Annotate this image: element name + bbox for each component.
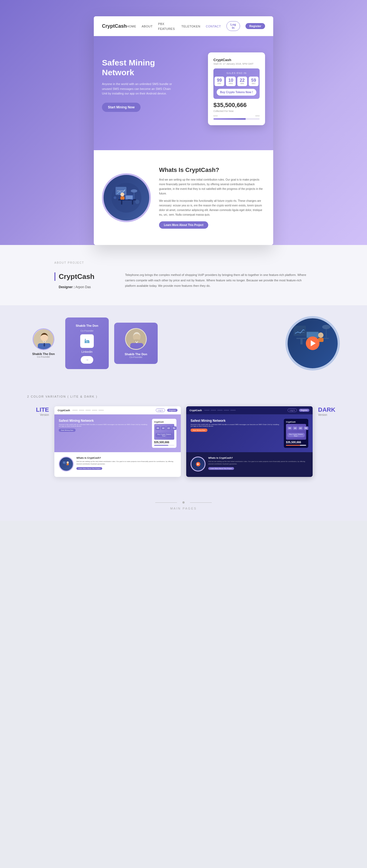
color-variation-content: LITE Version CryptCash Log In Register S… — [27, 406, 340, 477]
nav-teletoken[interactable]: TELETOKEN — [181, 25, 200, 28]
t-day: 99 — [156, 426, 160, 430]
mockup-dark-learn[interactable]: Learn More About This Project — [208, 467, 234, 470]
linkedin-text: Linkedin — [71, 350, 103, 353]
mockup-lite-amount: $35,500,666 — [154, 441, 174, 444]
timer-hours: 10 HRS — [226, 76, 236, 86]
mockup-lite-nav: CryptCash Log In Register — [54, 406, 181, 414]
mockup-play-icon[interactable] — [196, 462, 200, 466]
divider-right — [190, 502, 212, 503]
mockup-lite-login[interactable]: Log In — [156, 408, 165, 412]
about-project-description: Telephone.org brings the complex method … — [125, 272, 313, 288]
start-mining-button[interactable]: Start Mining Now — [102, 103, 141, 112]
svg-rect-5 — [132, 200, 133, 205]
mockup-lite-buy[interactable]: Buy Crypto Tokens Now ! — [156, 433, 173, 437]
lite-title: LITE — [27, 406, 49, 413]
dot-2 — [79, 410, 84, 411]
about-para2: We would like to incorporate this functi… — [159, 198, 265, 217]
mockup-lite-progress — [154, 445, 174, 446]
buy-tokens-button[interactable]: Buy Crypto Tokens Now ! — [217, 89, 256, 96]
timer-seconds-label: SEC — [251, 83, 256, 85]
dot-4 — [92, 410, 97, 411]
mockup-lite-about: Whats Is CryptCash? And we are setting u… — [54, 452, 181, 476]
mockup-lite-register[interactable]: Register — [167, 409, 177, 412]
mockup-dark-timer: 99 10 22 59 — [287, 426, 305, 430]
timer-seconds-num: 59 — [251, 78, 256, 83]
svg-point-40 — [66, 461, 69, 464]
team-avatar-2 — [125, 328, 147, 350]
mockup-lite-learn[interactable]: Learn More About This Project — [76, 467, 102, 470]
hero-section: CryptCash HOME ABOUT PBX FEATURES TELETO… — [0, 0, 367, 245]
mockup-lite-hero: Safest Mining Network Anyone in the worl… — [54, 414, 181, 452]
svg-rect-38 — [63, 461, 65, 464]
desk-svg — [110, 181, 143, 214]
mockup-dark-register[interactable]: Register — [299, 409, 309, 412]
dt-hr: 10 — [293, 426, 298, 430]
team-member-2-card: Shakib The Don Co-Founder — [114, 323, 158, 364]
linkedin-letter: in — [85, 338, 89, 345]
dark-dot-2 — [211, 410, 216, 411]
nav-pbx[interactable]: PBX FEATURES — [158, 22, 175, 30]
dot-3 — [85, 410, 91, 411]
login-button[interactable]: Log In — [226, 21, 240, 31]
mockup-dark-buy[interactable]: Buy Crypto Tokens Now ! — [287, 433, 305, 437]
dt-day: 99 — [287, 426, 292, 430]
svg-point-13 — [135, 199, 139, 204]
timer-seconds: 59 SEC — [249, 76, 258, 86]
play-button[interactable] — [306, 337, 319, 350]
mockup-dark-logo: CryptCash — [190, 409, 202, 412]
mockup-lite-about-text: Whats Is CryptCash? And we are setting u… — [76, 457, 176, 470]
dark-dot-1 — [204, 410, 209, 411]
main-pages-label: MAIN PAGES — [11, 507, 356, 510]
color-variation-label: 2 COLOR VARIATION ( LITE & DARK ) — [27, 395, 340, 398]
ico-timer-bg: SALES END IN 99 DAY 10 HRS 22 MIN — [214, 68, 260, 99]
hero-text-block: Safest Mining Network Anyone in the worl… — [102, 53, 173, 112]
timer-days-num: 99 — [217, 78, 222, 83]
main-pages-divider — [11, 501, 356, 503]
progress-max: $9M — [255, 115, 260, 117]
progress-labels: $4M $9M — [214, 115, 260, 117]
dark-version-label: DARK Version — [318, 406, 340, 416]
about-para1: And we are setting up the new initial co… — [159, 177, 265, 196]
ico-card-subtitle: Start At: 17 January 2018, 5PM GMT — [214, 62, 260, 65]
linkedin-logo: in — [80, 334, 94, 348]
nav-contact[interactable]: CONTACT — [206, 25, 221, 28]
svg-rect-28 — [301, 339, 303, 344]
mockup-lite-card: CryptCash 99 10 22 59 Buy Crypto Tokens … — [152, 419, 176, 448]
dark-dot-4 — [224, 410, 229, 411]
learn-more-button[interactable]: Learn More About This Project — [159, 221, 208, 229]
video-circle[interactable] — [285, 316, 340, 370]
mockup-circle-svg — [61, 459, 71, 469]
mockup-dark-start[interactable]: Start Mining Now — [191, 429, 207, 432]
svg-point-37 — [322, 325, 330, 329]
mockup-dark-progress — [286, 445, 306, 446]
divider-left — [155, 502, 177, 503]
timer-minutes-num: 22 — [239, 78, 245, 83]
sales-end-label: SALES END IN — [217, 72, 256, 74]
about-project-content: CryptCash Designer : Arpon Das Telephone… — [54, 272, 313, 289]
mockup-lite-card-title: CryptCash — [154, 421, 174, 423]
nav-home[interactable]: HOME — [127, 25, 136, 28]
about-project-right: Telephone.org brings the complex method … — [125, 272, 313, 288]
play-icon — [311, 340, 316, 346]
mockup-lite-circle — [59, 457, 74, 471]
mockup-dark-card-title: CryptCash — [286, 421, 306, 423]
linkedin-member-role: Co-Founder — [81, 330, 93, 332]
team-avatar-1 — [33, 328, 54, 350]
svg-point-12 — [131, 189, 137, 192]
hero-description: Anyone in the world with an unlimited SM… — [102, 82, 173, 96]
mockup-lite-about-desc: And we are setting up the new initial co… — [76, 460, 176, 465]
linkedin-arrow-button[interactable]: → — [81, 356, 93, 364]
register-button[interactable]: Register — [246, 23, 265, 29]
mockup-lite-start[interactable]: Start Mining Now — [59, 429, 76, 432]
mockup-dark-login[interactable]: Log In — [288, 408, 297, 412]
ico-card: CryptCash Start At: 17 January 2018, 5PM… — [208, 53, 265, 125]
designer-key: Designer : — [59, 285, 75, 289]
timer-hours-label: HRS — [228, 83, 233, 85]
nav-about[interactable]: ABOUT — [142, 25, 152, 28]
mockup-dark-nav: CryptCash Log In Register — [186, 406, 313, 414]
about-project-title: CryptCash — [54, 272, 109, 281]
team-name-1: Shakib The Don — [32, 352, 55, 355]
timer-days-label: DAY — [217, 83, 222, 85]
mockup-lite-timer: 99 10 22 59 — [156, 426, 173, 430]
linkedin-card: Shakib The Don Co-Founder in Linkedin → — [65, 317, 109, 369]
